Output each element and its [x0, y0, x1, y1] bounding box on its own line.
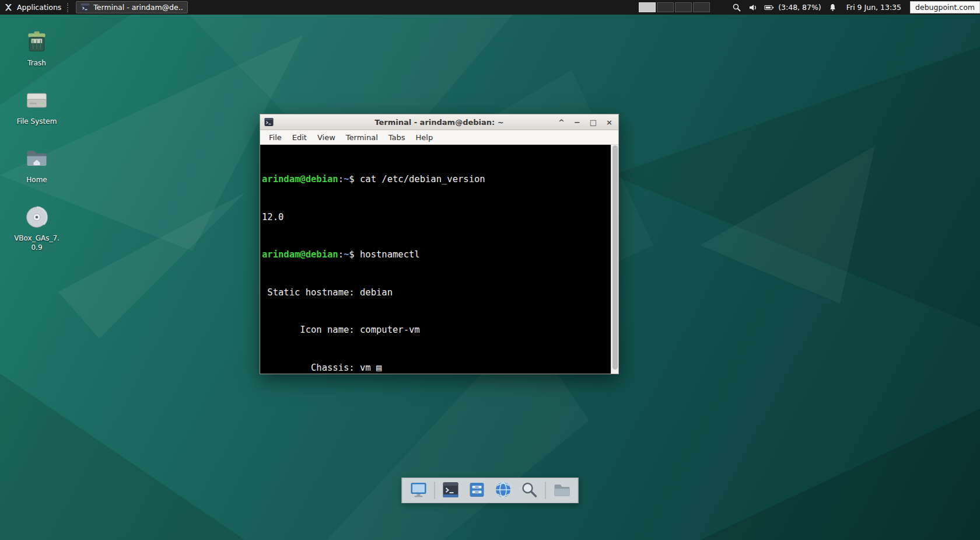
prompt-path: ~: [344, 174, 349, 184]
desktop-icon-vbox-gas[interactable]: VBox_GAs_7.0.9: [9, 204, 65, 252]
maximize-button[interactable]: □: [589, 117, 598, 127]
workspace-pager: [639, 2, 710, 12]
menu-terminal[interactable]: Terminal: [341, 131, 383, 144]
command-text: cat /etc/debian_version: [360, 174, 485, 184]
cd-disc-icon: [24, 204, 50, 232]
globe-icon: [494, 480, 513, 501]
terminal-screen: arindam@debian:~$ cat /etc/debian_versio…: [260, 145, 610, 374]
workspace-3[interactable]: [675, 2, 692, 12]
prompt-user-host: arindam@debian: [262, 174, 338, 184]
menu-file[interactable]: File: [264, 131, 287, 144]
home-folder-icon: [24, 146, 50, 174]
volume-icon[interactable]: [748, 2, 758, 12]
output-text: Static hostname: debian: [262, 287, 393, 298]
show-desktop-launcher[interactable]: [408, 480, 429, 501]
taskbar-window-button[interactable]: Terminal - arindam@de...: [76, 1, 188, 13]
terminal-prompt-line: arindam@debian:~$ hostnamectl: [262, 249, 610, 262]
window-controls: ^ − □ ×: [557, 114, 614, 130]
minimize-button[interactable]: −: [573, 117, 582, 127]
output-text: Chassis: vm ▤: [262, 363, 382, 373]
prompt-path: ~: [344, 249, 349, 260]
terminal-output-line: Static hostname: debian: [262, 287, 610, 299]
magnifier-icon[interactable]: [732, 2, 741, 12]
file-browser-launcher[interactable]: [551, 480, 572, 501]
terminal-icon: [442, 480, 460, 501]
applications-menu-label: Applications: [17, 3, 61, 12]
prompt-symbol: $: [349, 174, 360, 184]
menu-edit[interactable]: Edit: [287, 131, 312, 144]
terminal-output-line: 12.0: [262, 211, 610, 224]
desktop-icon-file-system[interactable]: File System: [9, 88, 65, 127]
scrollbar-thumb[interactable]: [612, 145, 618, 370]
show-desktop-icon: [410, 480, 428, 501]
window-title: Terminal - arindam@debian: ~: [374, 118, 503, 127]
menu-help[interactable]: Help: [411, 131, 439, 144]
terminal-window-icon: [264, 117, 274, 127]
host-badge: debugpoint.com: [910, 1, 980, 13]
file-manager-launcher[interactable]: [467, 480, 488, 501]
desktop-icon-trash[interactable]: Trash: [9, 29, 65, 68]
desktop-icon-label: VBox_GAs_7.0.9: [12, 234, 61, 252]
battery-icon[interactable]: [764, 2, 774, 12]
prompt-symbol: $: [349, 249, 360, 260]
output-text: 12.0: [262, 212, 284, 222]
terminal-launcher[interactable]: [440, 480, 461, 501]
prompt-colon: :: [338, 174, 344, 184]
desktop-icon-label: Trash: [27, 59, 46, 68]
menu-view[interactable]: View: [312, 131, 341, 144]
dock-separator: [435, 482, 435, 499]
taskbar-window-label: Terminal - arindam@de...: [93, 3, 183, 12]
dock-separator: [545, 482, 546, 499]
terminal-output-line: Chassis: vm ▤: [262, 362, 610, 374]
top-panel: Applications Terminal - arindam@de...: [0, 0, 980, 15]
close-button[interactable]: ×: [605, 117, 614, 127]
workspace-4[interactable]: [693, 2, 710, 12]
output-text: Icon name: computer-vm: [262, 325, 420, 335]
panel-handle: [67, 3, 70, 12]
workspace-2[interactable]: [657, 2, 674, 12]
workspace-1[interactable]: [639, 2, 656, 12]
applications-menu-icon: [4, 2, 13, 12]
terminal-prompt-line: arindam@debian:~$ cat /etc/debian_versio…: [262, 173, 610, 186]
file-manager-icon: [468, 480, 487, 501]
hard-drive-icon: [24, 88, 50, 116]
application-finder-launcher[interactable]: [519, 480, 540, 501]
prompt-colon: :: [338, 249, 344, 260]
desktop-root: Applications Terminal - arindam@de...: [0, 0, 980, 540]
prompt-user-host: arindam@debian: [262, 249, 338, 260]
window-titlebar[interactable]: Terminal - arindam@debian: ~ ^ − □ ×: [260, 114, 618, 130]
terminal-body[interactable]: arindam@debian:~$ cat /etc/debian_versio…: [260, 145, 618, 374]
terminal-window: Terminal - arindam@debian: ~ ^ − □ × Fil…: [260, 114, 619, 374]
trash-icon: [24, 29, 50, 57]
terminal-scrollbar[interactable]: [611, 145, 618, 374]
desktop-icon-label: File System: [17, 117, 57, 127]
terminal-output-line: Icon name: computer-vm: [262, 324, 610, 337]
command-text: hostnamectl: [360, 249, 420, 260]
window-menubar: File Edit View Terminal Tabs Help: [260, 130, 618, 145]
shade-button[interactable]: ^: [557, 117, 566, 127]
web-browser-launcher[interactable]: [493, 480, 514, 501]
applications-menu-button[interactable]: Applications: [0, 0, 66, 15]
notifications-bell-icon[interactable]: [828, 2, 838, 12]
battery-status-text: (3:48, 87%): [778, 3, 821, 12]
menu-tabs[interactable]: Tabs: [383, 131, 411, 144]
search-icon: [520, 480, 539, 501]
panel-clock[interactable]: Fri 9 Jun, 13:35: [846, 3, 901, 12]
bottom-dock: [402, 478, 579, 503]
folder-icon: [552, 480, 571, 501]
terminal-app-icon: [80, 3, 90, 12]
desktop-icon-label: Home: [26, 176, 47, 185]
desktop-icon-home[interactable]: Home: [9, 146, 65, 185]
